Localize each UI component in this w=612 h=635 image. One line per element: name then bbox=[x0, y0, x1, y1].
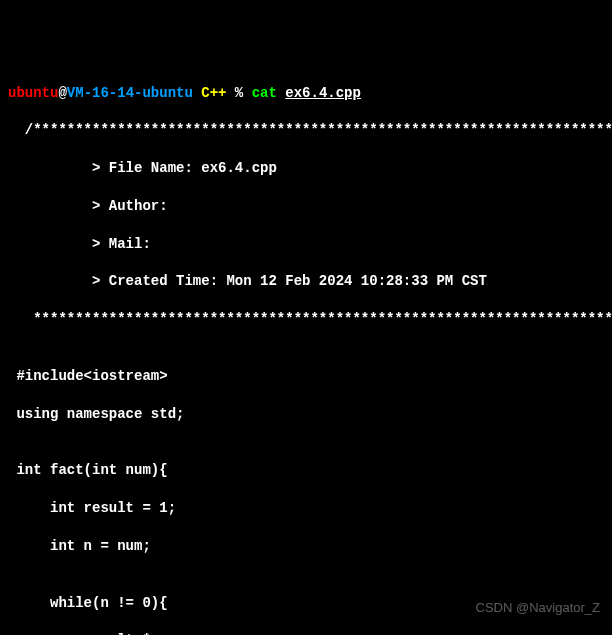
prompt-dir: C++ bbox=[193, 85, 227, 101]
comment-bottom: ****************************************… bbox=[8, 310, 604, 329]
code-include: #include<iostream> bbox=[8, 367, 604, 386]
code-using: using namespace std; bbox=[8, 405, 604, 424]
file-name-line: > File Name: ex6.4.cpp bbox=[8, 159, 604, 178]
prompt-user: ubuntu bbox=[8, 85, 58, 101]
cat-argument: ex6.4.cpp bbox=[285, 85, 361, 101]
code-mul: result *= n--; bbox=[8, 631, 604, 635]
code-result-init: int result = 1; bbox=[8, 499, 604, 518]
code-fact-decl: int fact(int num){ bbox=[8, 461, 604, 480]
comment-top: /***************************************… bbox=[8, 121, 604, 140]
prompt-symbol: % bbox=[226, 85, 251, 101]
cat-command: cat bbox=[252, 85, 286, 101]
prompt-line-1[interactable]: ubuntu@VM-16-14-ubuntu C++ % cat ex6.4.c… bbox=[8, 84, 604, 103]
prompt-host: VM-16-14-ubuntu bbox=[67, 85, 193, 101]
code-while: while(n != 0){ bbox=[8, 594, 604, 613]
code-n-init: int n = num; bbox=[8, 537, 604, 556]
mail-line: > Mail: bbox=[8, 235, 604, 254]
author-line: > Author: bbox=[8, 197, 604, 216]
created-time-line: > Created Time: Mon 12 Feb 2024 10:28:33… bbox=[8, 272, 604, 291]
prompt-at: @ bbox=[58, 85, 66, 101]
